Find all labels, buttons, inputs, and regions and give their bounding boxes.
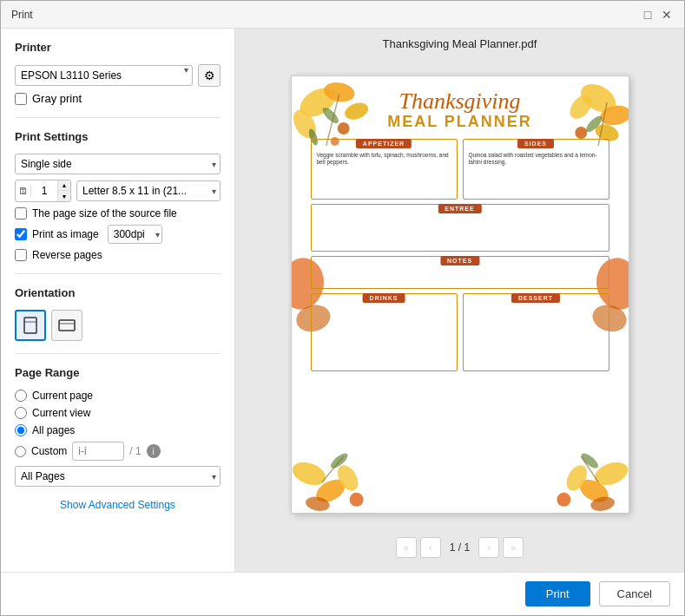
orientation-section: Orientation xyxy=(15,286,221,341)
reverse-pages-checkbox[interactable] xyxy=(15,249,27,261)
page-range-label: Page Range xyxy=(15,366,221,379)
right-panel: Thanksgiving Meal Planner.pdf xyxy=(235,29,684,572)
current-page-label: Current page xyxy=(32,390,93,402)
page-size-checkbox-row: The page size of the source file xyxy=(15,207,221,220)
copies-icon: 🖺 xyxy=(16,186,31,196)
paper-size-wrapper: Letter 8.5 x 11 in (21... ▾ xyxy=(76,180,221,201)
entree-box: ENTREE xyxy=(311,204,609,252)
printer-settings-button[interactable]: ⚙ xyxy=(198,64,221,87)
print-as-image-row: Print as image 300dpi ▾ xyxy=(15,225,221,244)
copies-paper-row: 🖺 ▲ ▼ Letter 8.5 x 11 in (21... ▾ xyxy=(15,180,221,202)
close-button[interactable]: ✕ xyxy=(660,8,674,22)
custom-input[interactable] xyxy=(72,442,124,461)
drinks-box: DRINKS xyxy=(311,293,458,371)
orientation-label: Orientation xyxy=(15,286,221,299)
gear-icon: ⚙ xyxy=(204,69,215,82)
title-bar: Print □ ✕ xyxy=(1,1,684,29)
portrait-button[interactable] xyxy=(15,310,46,341)
print-settings-section: Print Settings Single side ▾ 🖺 ▲ xyxy=(15,130,221,261)
print-dialog: Print □ ✕ Printer EPSON L3110 Series ▾ xyxy=(0,0,685,616)
landscape-icon xyxy=(57,316,76,335)
current-view-row: Current view xyxy=(15,407,221,419)
divider-3 xyxy=(15,353,221,354)
appetizer-label: APPETIZER xyxy=(356,139,412,148)
orientation-buttons xyxy=(15,310,221,341)
dessert-label: DESSERT xyxy=(511,293,560,303)
reverse-pages-row: Reverse pages xyxy=(15,249,221,261)
landscape-button[interactable] xyxy=(51,310,82,341)
pdf-content-inner: Thanksgiving MEAL PLANNER APPETIZER Vegg… xyxy=(299,83,622,506)
dessert-box: DESSERT xyxy=(463,293,609,371)
svg-rect-2 xyxy=(59,320,75,331)
pages-filter-wrapper: All Pages ▾ xyxy=(15,466,221,487)
dialog-footer: Print Cancel xyxy=(1,572,684,615)
gray-print-row: Gray print xyxy=(15,92,221,105)
current-view-label: Current view xyxy=(32,407,90,419)
custom-label: Custom xyxy=(31,445,67,457)
paper-size-select[interactable]: Letter 8.5 x 11 in (21... xyxy=(76,180,221,201)
current-page-row: Current page xyxy=(15,390,221,402)
copies-up-button[interactable]: ▲ xyxy=(58,180,70,191)
print-button[interactable]: Print xyxy=(525,581,590,606)
next-page-button[interactable]: › xyxy=(478,537,499,558)
cancel-button[interactable]: Cancel xyxy=(599,581,670,606)
current-view-radio[interactable] xyxy=(15,407,27,419)
printer-label: Printer xyxy=(15,41,221,54)
side-select-wrapper: Single side ▾ xyxy=(15,154,221,174)
page-total-label: / 1 xyxy=(129,445,141,457)
sides-label: SIDES xyxy=(517,139,554,148)
appetizer-box: APPETIZER Veggie scramble with tofu, spi… xyxy=(311,139,458,200)
gray-print-label: Gray print xyxy=(32,92,82,105)
last-page-button[interactable]: » xyxy=(503,537,524,558)
all-pages-label: All pages xyxy=(32,424,75,436)
advanced-settings-link[interactable]: Show Advanced Settings xyxy=(60,499,175,511)
preview-area: Thanksgiving MEAL PLANNER APPETIZER Vegg… xyxy=(244,57,675,532)
pages-filter-select[interactable]: All Pages xyxy=(15,466,221,487)
print-as-image-checkbox[interactable] xyxy=(15,228,27,240)
first-page-button[interactable]: « xyxy=(396,537,417,558)
portrait-icon xyxy=(21,316,40,335)
drinks-label: DRINKS xyxy=(363,293,405,303)
minimize-button[interactable]: □ xyxy=(641,8,655,22)
copies-down-button[interactable]: ▼ xyxy=(58,191,70,202)
custom-radio[interactable] xyxy=(15,446,26,457)
pdf-title-block: MEAL PLANNER xyxy=(299,113,622,132)
all-pages-radio[interactable] xyxy=(15,424,27,436)
svg-rect-0 xyxy=(24,318,36,333)
copies-input[interactable] xyxy=(31,183,57,199)
side-select[interactable]: Single side xyxy=(15,154,221,174)
current-page-radio[interactable] xyxy=(15,390,27,402)
nav-bar: « ‹ 1 / 1 › » xyxy=(396,532,524,563)
pdf-title-area: Thanksgiving MEAL PLANNER xyxy=(299,83,622,135)
print-as-image-label: Print as image xyxy=(32,228,99,240)
all-pages-row: All pages xyxy=(15,424,221,436)
info-icon[interactable]: i xyxy=(147,444,161,458)
notes-row: NOTES xyxy=(311,256,609,289)
printer-select-wrapper: EPSON L3110 Series ▾ xyxy=(15,65,193,86)
page-size-label: The page size of the source file xyxy=(32,207,177,220)
divider-1 xyxy=(15,117,221,118)
notes-label: NOTES xyxy=(440,256,479,265)
dpi-select[interactable]: 300dpi xyxy=(108,225,162,244)
page-indicator: 1 / 1 xyxy=(445,541,475,554)
meal-grid: APPETIZER Veggie scramble with tofu, spi… xyxy=(299,135,622,375)
pdf-preview: Thanksgiving MEAL PLANNER APPETIZER Vegg… xyxy=(291,75,629,514)
pdf-title-script: Thanksgiving xyxy=(299,90,622,113)
left-panel: Printer EPSON L3110 Series ▾ ⚙ Gray prin… xyxy=(1,29,235,572)
appetizer-sides-row: APPETIZER Veggie scramble with tofu, spi… xyxy=(311,139,609,200)
sides-box: SIDES Quinoa salad with roasted vegetabl… xyxy=(463,139,609,200)
prev-page-button[interactable]: ‹ xyxy=(420,537,441,558)
dialog-title: Print xyxy=(11,9,33,21)
notes-box: NOTES xyxy=(311,256,609,289)
dialog-body: Printer EPSON L3110 Series ▾ ⚙ Gray prin… xyxy=(1,29,684,572)
preview-title: Thanksgiving Meal Planner.pdf xyxy=(383,37,537,50)
entree-row: ENTREE xyxy=(311,204,609,252)
gray-print-checkbox[interactable] xyxy=(15,93,27,105)
drinks-dessert-row: DRINKS DESSERT xyxy=(311,293,609,371)
page-size-checkbox[interactable] xyxy=(15,207,27,220)
reverse-pages-label: Reverse pages xyxy=(32,249,102,261)
dpi-select-wrapper: 300dpi ▾ xyxy=(108,225,162,244)
copies-spinbox: 🖺 ▲ ▼ xyxy=(15,180,71,202)
printer-select[interactable]: EPSON L3110 Series xyxy=(15,65,193,86)
divider-2 xyxy=(15,273,221,274)
